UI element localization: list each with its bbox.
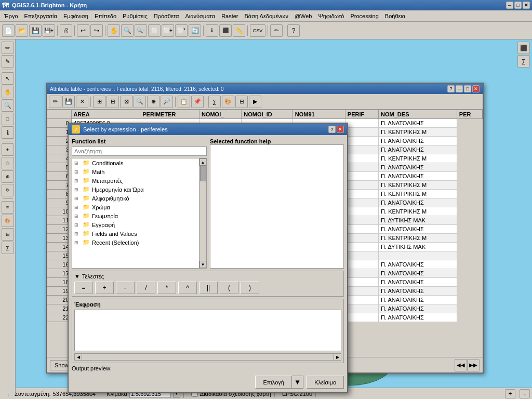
col-nom-des[interactable]: NOM_DES (379, 110, 457, 119)
select-dropdown-btn[interactable]: ▼ (292, 376, 303, 389)
close-button[interactable]: Κλείσιμο (307, 376, 344, 389)
menu-item-epexergasia[interactable]: Επεξεργασία (21, 12, 60, 20)
function-list-item[interactable]: ⊞📁Ημερομηνία και Ώρα (72, 185, 199, 194)
table-cell[interactable]: Π. ΚΕΝΤΡΙΚΗΣ Μ (379, 207, 457, 216)
menu-item-raster[interactable]: Raster (218, 12, 241, 20)
table-cell[interactable] (345, 119, 378, 128)
menu-item-voitheia[interactable]: Βοήθεια (382, 12, 408, 20)
zoom-selected-btn[interactable]: 🔎 (161, 96, 173, 108)
scroll-up-btn[interactable]: ▲ (200, 158, 206, 166)
menu-item-dianismata[interactable]: Διανύσματα (182, 12, 218, 20)
style-btn[interactable]: 🎨 (2, 215, 14, 227)
select-btn[interactable]: ⬛ (219, 24, 232, 37)
eraser-btn[interactable]: ✎ (2, 55, 14, 68)
maximize-btn[interactable]: □ (514, 2, 522, 9)
function-list-item[interactable]: ⊞📁Γεωμετρία (72, 211, 199, 220)
digitize-btn[interactable]: ✏ (270, 24, 283, 37)
save-edits-btn[interactable]: 💾 (62, 96, 75, 108)
select-button[interactable]: Επιλογή (255, 376, 291, 389)
table-cell[interactable] (345, 251, 378, 260)
table-cell[interactable]: Π. ΑΝΑΤΟΛΙΚΗΣ (379, 163, 457, 172)
table-cell[interactable]: Π. ΑΝΑΤΟΛΙΚΗΣ (379, 260, 457, 269)
table-cell[interactable] (379, 251, 457, 260)
table-cell[interactable] (345, 128, 378, 137)
col-area[interactable]: AREA (71, 110, 140, 119)
invert-sel-btn[interactable]: ⊠ (120, 96, 132, 108)
copy-btn[interactable]: 📋 (178, 96, 190, 108)
zoom-in-status-btn[interactable]: + (505, 389, 515, 398)
layers-btn[interactable]: ≡ (2, 201, 14, 214)
pan-map-btn[interactable]: ✋ (2, 86, 14, 98)
table-cell[interactable] (345, 313, 378, 322)
op-eq[interactable]: = (74, 282, 93, 294)
identify-btn[interactable]: ℹ (206, 24, 218, 37)
close-btn[interactable]: ✕ (523, 2, 530, 9)
function-list[interactable]: ⊞📁Conditionals⊞📁Math⊞📁Μετατροπές⊞📁Ημερομ… (72, 158, 199, 268)
zoom-in-btn[interactable]: 🔍 (121, 24, 134, 37)
menu-item-psifidoto[interactable]: Ψηφιδωτό (315, 12, 348, 20)
expr-hscrollbar[interactable]: ◀ ▶ (74, 353, 341, 361)
table-cell[interactable] (345, 234, 378, 243)
table-cell[interactable]: Π. ΚΕΝΤΡΙΚΗΣ Μ (379, 154, 457, 163)
move-btn[interactable]: ⊕ (2, 170, 14, 183)
filter-rows-btn[interactable]: 🔍 (134, 96, 146, 108)
zoom-layer-btn[interactable]: ⬜+ (162, 24, 174, 37)
undo-btn[interactable]: ↩ (77, 24, 89, 37)
col-nomoi[interactable]: NOMOI_ (199, 110, 241, 119)
op-plus[interactable]: + (95, 282, 114, 294)
expression-input[interactable] (74, 310, 341, 351)
prev-page-btn[interactable]: ◀◀ (455, 359, 467, 371)
save-btn[interactable]: 💾 (29, 24, 42, 37)
table-cell[interactable] (345, 163, 378, 172)
table-cell[interactable] (345, 207, 378, 216)
save-as-btn[interactable]: 💾+ (43, 24, 55, 37)
op-power[interactable]: ^ (178, 282, 197, 294)
table-cell[interactable]: Π. ΑΝΑΤΟΛΙΚΗΣ (379, 287, 457, 296)
table-cell[interactable] (345, 198, 378, 207)
op-lparen[interactable]: ( (220, 282, 238, 294)
function-list-item[interactable]: ⊞📁Εγγραφή (72, 220, 199, 229)
table-cell[interactable]: Π. ΚΕΝΤΡΙΚΗΣ Μ (379, 128, 457, 137)
func-list-scrollbar[interactable]: ▲ ▼ (199, 158, 206, 268)
table-cell[interactable]: Π. ΚΕΝΤΡΙΚΗΣ Μ (379, 234, 457, 243)
add-feature-btn[interactable]: + (2, 143, 14, 156)
table-cell[interactable] (345, 154, 378, 163)
zoom-out-status-btn[interactable]: - (520, 389, 530, 398)
filter-btn[interactable]: ⊟ (2, 228, 14, 241)
zoom-out-btn[interactable]: 🔍- (135, 24, 147, 37)
table-cell[interactable]: Π. ΑΝΑΤΟΛΙΚΗΣ (379, 269, 457, 278)
help-btn[interactable]: ? (287, 24, 300, 37)
scroll-down-btn[interactable]: ▼ (200, 261, 206, 268)
pencil-btn[interactable]: ✏ (2, 42, 14, 54)
measure-btn[interactable]: 📏 (233, 24, 245, 37)
dock-btn[interactable]: ⊟ (235, 96, 248, 108)
table-cell[interactable] (345, 190, 378, 198)
stats-btn[interactable]: ∑ (517, 55, 530, 68)
hscroll-left-btn[interactable]: ◀ (75, 354, 82, 360)
function-list-item[interactable]: ⊞📁Math (72, 167, 199, 176)
col-nomoi-id[interactable]: NOMOI_ID (242, 110, 292, 119)
table-cell[interactable]: Π. ΑΝΑΤΟΛΙΚΗΣ (379, 278, 457, 287)
menu-item-epipedo[interactable]: Επίπεδο (91, 12, 119, 20)
col-per[interactable]: PER (457, 110, 482, 119)
table-cell[interactable] (345, 278, 378, 287)
col-perif[interactable]: PERIF (345, 110, 378, 119)
deselect-btn[interactable]: ⊟ (107, 96, 119, 108)
menu-item-web[interactable]: @Web (291, 12, 315, 20)
table-cell[interactable]: Π. ΚΕΝΤΡΙΚΗΣ Μ (379, 190, 457, 198)
table-cell[interactable] (345, 287, 378, 296)
function-list-item[interactable]: ⊞📁Fields and Values (72, 229, 199, 238)
paste-btn[interactable]: 📌 (191, 96, 204, 108)
table-cell[interactable]: Π. ΑΝΑΤΟΛΙΚΗΣ (379, 145, 457, 154)
zoom-map-btn[interactable]: 🔍 (2, 99, 14, 112)
cond-fmt-btn[interactable]: 🎨 (222, 96, 234, 108)
rotate-btn[interactable]: ↻ (2, 184, 14, 196)
next-page-btn[interactable]: ▶▶ (467, 359, 480, 371)
table-cell[interactable]: Π. ΔΥΤΙΚΗΣ ΜΑΚ (379, 216, 457, 225)
table-cell[interactable]: Π. ΔΥΤΙΚΗΣ ΜΑΚ (379, 243, 457, 251)
function-list-item[interactable]: ⊞📁Conditionals (72, 158, 199, 167)
menu-item-prostheta[interactable]: Πρόσθετα (151, 12, 182, 20)
arrow-btn[interactable]: ↖ (2, 72, 14, 85)
field-calc-btn[interactable]: ∑ (208, 96, 221, 108)
function-list-item[interactable]: ⊞📁Recent (Selection) (72, 238, 199, 247)
